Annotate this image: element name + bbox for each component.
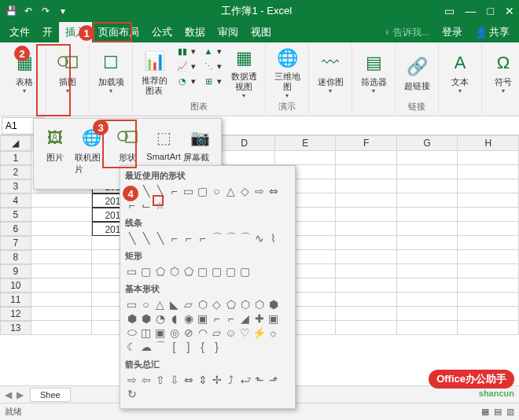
cell[interactable] xyxy=(458,193,519,208)
cell[interactable] xyxy=(397,193,458,208)
cell[interactable] xyxy=(31,222,93,236)
text-button[interactable]: A文本▾ xyxy=(442,44,478,101)
cell[interactable] xyxy=(31,307,93,321)
line-double-icon[interactable]: ╲ xyxy=(153,231,167,245)
hexagon-icon[interactable]: ⬡ xyxy=(238,297,252,311)
close-icon[interactable]: ✕ xyxy=(505,5,514,17)
row-head[interactable]: 6 xyxy=(0,222,31,236)
decagon-icon[interactable]: ⬢ xyxy=(125,311,138,325)
cell[interactable] xyxy=(336,321,397,335)
chart-stock-icon[interactable]: ⊞▾ xyxy=(200,74,224,88)
parallel-icon[interactable]: ▱ xyxy=(182,297,195,311)
curve-icon[interactable]: ⌒ xyxy=(210,231,223,245)
cell[interactable] xyxy=(397,264,458,278)
cube-icon[interactable]: ◫ xyxy=(139,326,153,339)
row-head[interactable]: 2 xyxy=(0,165,31,179)
cloud-icon[interactable]: ☁ xyxy=(139,340,153,353)
dodecagon-icon[interactable]: ⬢ xyxy=(139,311,153,325)
arrow-lr-icon[interactable]: ⇔ xyxy=(182,373,195,386)
cell[interactable] xyxy=(336,264,397,278)
line-icon[interactable]: ╲ xyxy=(125,231,138,245)
chord-icon[interactable]: ◖ xyxy=(167,311,181,325)
cell[interactable] xyxy=(336,278,397,293)
arrow-l-icon[interactable]: ⇦ xyxy=(139,373,153,386)
cell[interactable] xyxy=(458,208,519,222)
view-normal-icon[interactable]: ▦ xyxy=(481,407,489,417)
row-head[interactable]: 13 xyxy=(0,321,31,335)
recommended-charts-button[interactable]: 📊推荐的图表 xyxy=(136,44,172,101)
roundrect-icon[interactable]: ▢ xyxy=(139,264,153,278)
filter-button[interactable]: ▤筛选器▾ xyxy=(355,44,392,101)
cell[interactable] xyxy=(275,151,337,165)
donut-icon[interactable]: ◎ xyxy=(167,326,181,339)
scribble-icon[interactable]: ⌇ xyxy=(267,231,280,245)
cell[interactable] xyxy=(31,321,93,335)
cell[interactable] xyxy=(397,293,458,307)
rect-round2-icon[interactable]: ▢ xyxy=(210,264,223,278)
sheet-nav-prev-icon[interactable]: ◀ xyxy=(5,389,12,400)
hyperlink-button[interactable]: 🔗超链接 xyxy=(399,44,435,101)
row-head[interactable]: 11 xyxy=(0,293,31,307)
brace-r-icon[interactable]: } xyxy=(210,340,223,353)
cell[interactable] xyxy=(397,165,458,179)
picture-button[interactable]: 🖼图片 xyxy=(37,122,73,186)
col-d[interactable]: D xyxy=(214,135,275,151)
shape-star-icon[interactable]: ☆ xyxy=(153,198,167,212)
cell[interactable] xyxy=(31,264,93,278)
cell[interactable] xyxy=(458,236,519,250)
lshape-icon[interactable]: ⌐ xyxy=(224,311,237,325)
arrow-quad-icon[interactable]: ✢ xyxy=(210,373,223,386)
bracket-r-icon[interactable]: ] xyxy=(182,340,195,353)
chart-bar-icon[interactable]: ▮▮▾ xyxy=(174,44,198,58)
heart-icon[interactable]: ♡ xyxy=(238,326,252,339)
sun-icon[interactable]: ☼ xyxy=(267,326,280,339)
minimize-icon[interactable]: — xyxy=(466,5,477,17)
cell[interactable] xyxy=(31,250,93,264)
arrow-ud-icon[interactable]: ⇕ xyxy=(196,373,209,386)
row-head[interactable]: 3 xyxy=(0,179,31,193)
undo-icon[interactable]: ↶ xyxy=(22,5,35,17)
tab-view[interactable]: 视图 xyxy=(245,22,278,42)
cell[interactable] xyxy=(397,236,458,250)
col-g[interactable]: G xyxy=(397,135,458,151)
plus-icon[interactable]: ✚ xyxy=(252,311,266,325)
shape-arrow-leftright-icon[interactable]: ⇔ xyxy=(267,184,280,197)
cell[interactable] xyxy=(336,179,397,193)
chart-area-icon[interactable]: ▲▾ xyxy=(200,44,224,58)
save-icon[interactable]: 💾 xyxy=(5,5,17,17)
cell[interactable] xyxy=(214,151,275,165)
shape-triangle-icon[interactable]: △ xyxy=(224,184,237,197)
sparkline-button[interactable]: 〰迷你图▾ xyxy=(312,44,348,101)
rect-snip2d-icon[interactable]: ⬠ xyxy=(182,264,195,278)
cell[interactable] xyxy=(336,151,397,165)
cell[interactable] xyxy=(31,278,93,293)
row-head[interactable]: 5 xyxy=(0,208,31,222)
lightning-icon[interactable]: ⚡ xyxy=(252,326,266,339)
trapezoid-icon[interactable]: ⬡ xyxy=(196,297,209,311)
cell[interactable] xyxy=(458,264,519,278)
illustrations-button[interactable]: 插图▾ xyxy=(50,44,86,101)
diag-icon[interactable]: ◢ xyxy=(238,311,252,325)
shape-rect-icon[interactable]: ▭ xyxy=(182,184,195,197)
cell[interactable] xyxy=(397,151,458,165)
cell[interactable] xyxy=(336,222,397,236)
arrow-r-icon[interactable]: ⇨ xyxy=(125,373,138,386)
row-head[interactable]: 10 xyxy=(0,278,31,293)
bevel-icon[interactable]: ▣ xyxy=(153,326,167,339)
sheet-tab[interactable]: Shee xyxy=(30,388,71,402)
pentagon-reg-icon[interactable]: ⬠ xyxy=(224,297,237,311)
rect-snip1-icon[interactable]: ⬠ xyxy=(153,264,167,278)
oval-icon[interactable]: ○ xyxy=(139,297,153,311)
sheet-nav-next-icon[interactable]: ▶ xyxy=(17,389,24,400)
teardrop-icon[interactable]: ◉ xyxy=(182,311,195,325)
halfframe-icon[interactable]: ⌐ xyxy=(210,311,223,325)
tab-file[interactable]: 文件 xyxy=(3,22,36,42)
row-head[interactable]: 4 xyxy=(0,193,31,208)
shape-roundrect-icon[interactable]: ▢ xyxy=(196,184,209,197)
symbol-button[interactable]: Ω符号▾ xyxy=(485,44,519,101)
shape-line-icon[interactable]: ╲ xyxy=(139,184,153,197)
shape-rbrace-icon[interactable]: ⌙ xyxy=(139,198,153,212)
elbow-arrow-icon[interactable]: ⌐ xyxy=(182,231,195,245)
folded-icon[interactable]: ▱ xyxy=(210,326,223,339)
cell[interactable] xyxy=(458,151,519,165)
